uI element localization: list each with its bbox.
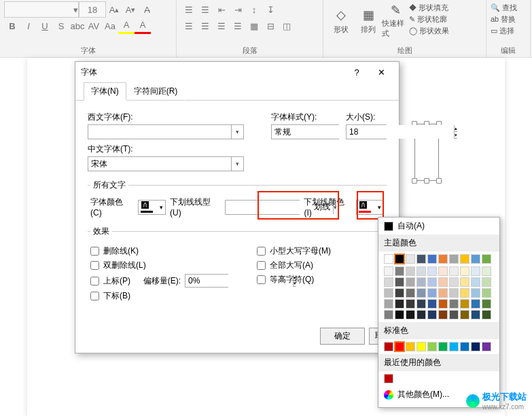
- align-left-icon[interactable]: ☰: [181, 18, 197, 34]
- color-swatch[interactable]: [438, 266, 448, 276]
- shape-fx-button[interactable]: ◯ 形状效果: [409, 26, 449, 36]
- indent-left-icon[interactable]: ⇤: [213, 1, 230, 18]
- strike-icon[interactable]: abc: [69, 18, 86, 34]
- color-swatch[interactable]: [460, 254, 469, 264]
- align-right-icon[interactable]: ☰: [213, 18, 230, 34]
- find-button[interactable]: 🔍 查找: [491, 3, 526, 13]
- text-direction-icon[interactable]: ↧: [262, 1, 279, 18]
- align-center-icon[interactable]: ☰: [197, 18, 213, 34]
- bullets-icon[interactable]: ☰: [181, 1, 197, 18]
- align-vert-icon[interactable]: ⊟: [262, 18, 279, 34]
- color-swatch[interactable]: [406, 310, 415, 319]
- cjk-font-input[interactable]: [88, 157, 231, 171]
- color-swatch[interactable]: [471, 277, 480, 287]
- color-swatch[interactable]: [406, 266, 415, 276]
- color-swatch[interactable]: [482, 299, 491, 309]
- style-combo[interactable]: ▾: [271, 124, 339, 139]
- color-swatch[interactable]: [384, 266, 393, 276]
- color-swatch[interactable]: [482, 288, 491, 298]
- dropdown-icon[interactable]: ▾: [231, 125, 243, 139]
- color-swatch[interactable]: [406, 277, 415, 287]
- color-swatch[interactable]: [395, 266, 404, 276]
- shapes-button[interactable]: ◇形状: [327, 1, 355, 39]
- color-swatch[interactable]: [460, 266, 469, 276]
- auto-color-item[interactable]: 自动(A): [378, 218, 499, 235]
- color-swatch[interactable]: [438, 288, 448, 298]
- color-swatch[interactable]: [449, 299, 459, 309]
- color-swatch[interactable]: [395, 254, 404, 264]
- color-swatch[interactable]: [384, 277, 393, 287]
- color-swatch[interactable]: [449, 310, 459, 319]
- color-swatch[interactable]: [471, 266, 480, 276]
- color-swatch[interactable]: [395, 310, 404, 319]
- color-swatch[interactable]: [449, 266, 459, 276]
- shape-fill-button[interactable]: ◆ 形状填充: [409, 3, 449, 13]
- recent-swatch[interactable]: [384, 374, 393, 383]
- color-swatch[interactable]: [460, 288, 469, 298]
- close-button[interactable]: ✕: [369, 63, 393, 82]
- color-swatch[interactable]: [449, 254, 459, 264]
- color-swatch[interactable]: [384, 288, 393, 298]
- columns-icon[interactable]: ▦: [246, 18, 262, 34]
- color-swatch[interactable]: [416, 277, 426, 287]
- italic-icon[interactable]: I: [20, 18, 37, 34]
- grow-font-icon[interactable]: A▴: [106, 1, 122, 18]
- color-swatch[interactable]: [416, 299, 426, 309]
- color-swatch[interactable]: [395, 342, 404, 351]
- color-swatch[interactable]: [406, 288, 415, 298]
- underline-icon[interactable]: U: [37, 18, 53, 34]
- justify-icon[interactable]: ☰: [230, 18, 246, 34]
- strikethrough-check[interactable]: 删除线(K): [90, 245, 257, 257]
- color-swatch[interactable]: [438, 342, 448, 351]
- latin-font-input[interactable]: [88, 125, 231, 139]
- spin-up-icon[interactable]: ▴: [454, 125, 457, 132]
- color-swatch[interactable]: [384, 310, 393, 319]
- color-swatch[interactable]: [449, 342, 459, 351]
- shape-outline-button[interactable]: ✎ 形状轮廓: [409, 14, 449, 24]
- numbering-icon[interactable]: ☰: [197, 1, 213, 18]
- clear-format-icon[interactable]: A̶: [139, 1, 155, 18]
- color-swatch[interactable]: [471, 342, 480, 351]
- tab-font[interactable]: 字体(N): [84, 82, 126, 101]
- replace-button[interactable]: ab 替换: [491, 14, 526, 24]
- color-swatch[interactable]: [395, 299, 404, 309]
- color-swatch[interactable]: [406, 342, 415, 351]
- color-swatch[interactable]: [449, 277, 459, 287]
- offset-combo[interactable]: ▴▾: [185, 274, 228, 288]
- subscript-check[interactable]: 下标(B): [90, 290, 257, 302]
- indent-right-icon[interactable]: ⇥: [230, 1, 246, 18]
- color-swatch[interactable]: [427, 310, 437, 319]
- color-swatch[interactable]: [384, 342, 393, 351]
- color-swatch[interactable]: [438, 310, 448, 319]
- font-size-combo[interactable]: 18: [79, 1, 106, 18]
- color-swatch[interactable]: [427, 299, 437, 309]
- latin-font-combo[interactable]: ▾: [88, 124, 244, 139]
- tab-spacing[interactable]: 字符间距(R): [126, 82, 185, 101]
- color-swatch[interactable]: [406, 254, 415, 264]
- color-swatch[interactable]: [471, 310, 480, 319]
- color-swatch[interactable]: [427, 342, 437, 351]
- color-swatch[interactable]: [471, 288, 480, 298]
- dropdown-icon[interactable]: ▾: [231, 157, 243, 171]
- color-swatch[interactable]: [416, 254, 426, 264]
- smartart-icon[interactable]: ◫: [279, 18, 295, 34]
- underline-style-combo[interactable]: ▾: [225, 200, 300, 215]
- color-swatch[interactable]: [471, 299, 480, 309]
- color-swatch[interactable]: [427, 266, 437, 276]
- help-button[interactable]: ?: [344, 63, 369, 82]
- cjk-font-combo[interactable]: ▾: [88, 156, 244, 171]
- color-swatch[interactable]: [482, 266, 491, 276]
- line-spacing-icon[interactable]: ↕: [246, 1, 262, 18]
- color-swatch[interactable]: [460, 277, 469, 287]
- size-input[interactable]: [347, 125, 454, 139]
- color-swatch[interactable]: [384, 254, 393, 264]
- font-color-button[interactable]: 🅰▾: [138, 200, 166, 215]
- double-strike-check[interactable]: 双删除线(L): [90, 260, 257, 271]
- ok-button[interactable]: 确定: [320, 328, 365, 345]
- shrink-font-icon[interactable]: A▾: [122, 1, 139, 18]
- size-combo[interactable]: ▴▾: [346, 124, 387, 139]
- font-color-icon[interactable]: A: [135, 18, 151, 34]
- color-swatch[interactable]: [406, 299, 415, 309]
- color-swatch[interactable]: [395, 288, 404, 298]
- highlight-icon[interactable]: A: [118, 18, 135, 34]
